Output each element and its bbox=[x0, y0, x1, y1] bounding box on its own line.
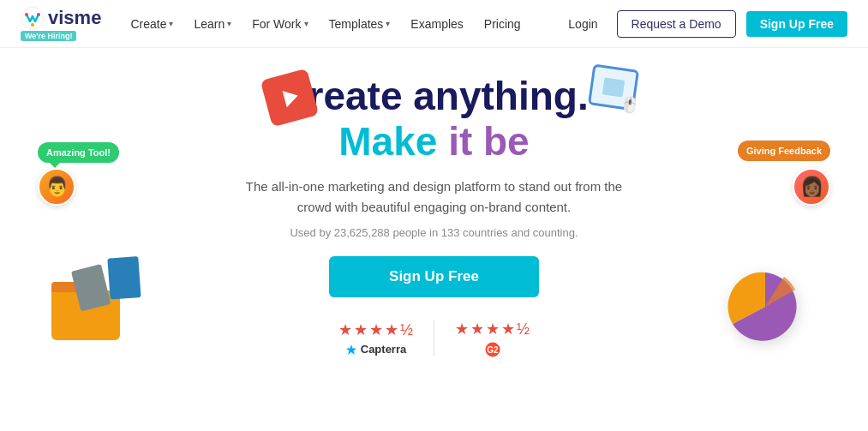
hiring-badge: We're Hiring! bbox=[21, 31, 76, 41]
float-bubble-left: Amazing Tool! 👨 bbox=[38, 142, 119, 206]
visme-logo-icon bbox=[21, 6, 45, 30]
signup-hero-button[interactable]: Sign Up Free bbox=[329, 256, 539, 297]
capterra-icon bbox=[345, 344, 357, 356]
g2-brand: G2 bbox=[485, 342, 500, 357]
svg-point-1 bbox=[25, 13, 28, 16]
logo[interactable]: visme bbox=[21, 6, 101, 30]
nav-item-templates[interactable]: Templates ▾ bbox=[320, 12, 399, 36]
logo-area[interactable]: visme We're Hiring! bbox=[21, 6, 101, 41]
g2-stars: ★★★★½ bbox=[455, 320, 530, 338]
logo-wordmark: visme bbox=[48, 7, 101, 29]
capterra-rating: ★★★★½ Capterra bbox=[318, 320, 434, 356]
hero-stats: Used by 23,625,288 people in 133 countri… bbox=[290, 226, 578, 239]
avatar-man: 👨 bbox=[38, 168, 75, 206]
g2-icon: G2 bbox=[485, 342, 500, 357]
ratings-row: ★★★★½ Capterra ★★★★½ G2 bbox=[318, 320, 550, 357]
hero-title-make: Make bbox=[338, 119, 448, 164]
hero-title: Create anything. Make it be bbox=[279, 74, 588, 165]
nav-links: Create ▾ Learn ▾ For Work ▾ Templates ▾ … bbox=[122, 12, 560, 36]
nav-item-examples[interactable]: Examples bbox=[402, 12, 471, 36]
svg-marker-4 bbox=[346, 344, 356, 355]
nav-item-create[interactable]: Create ▾ bbox=[122, 12, 182, 36]
chevron-down-icon: ▾ bbox=[169, 19, 173, 28]
hero-subtitle: The all-in-one marketing and design plat… bbox=[237, 177, 632, 218]
nav-actions: Login Request a Demo Sign Up Free bbox=[560, 10, 847, 38]
chevron-down-icon: ▾ bbox=[304, 19, 308, 28]
avatar-woman: 👩🏾 bbox=[793, 168, 830, 206]
chevron-down-icon: ▾ bbox=[386, 19, 390, 28]
nav-item-pricing[interactable]: Pricing bbox=[476, 12, 530, 36]
nav-item-forwork[interactable]: For Work ▾ bbox=[243, 12, 316, 36]
float-bubble-right: Giving Feedback 👩🏾 bbox=[738, 141, 830, 206]
svg-point-3 bbox=[31, 23, 34, 27]
nav-item-learn[interactable]: Learn ▾ bbox=[185, 12, 240, 36]
hero-title-line1: Create anything. bbox=[279, 74, 588, 118]
float-folder bbox=[51, 290, 120, 340]
capterra-label: Capterra bbox=[361, 343, 406, 356]
pie-chart-svg bbox=[722, 268, 808, 345]
float-image-icon: 🖱️ bbox=[590, 67, 637, 108]
chevron-down-icon: ▾ bbox=[227, 19, 231, 28]
g2-rating: ★★★★½ G2 bbox=[434, 320, 550, 357]
hero-title-it-be: it be bbox=[448, 119, 530, 164]
giving-feedback-bubble: Giving Feedback bbox=[738, 141, 830, 161]
svg-text:G2: G2 bbox=[487, 345, 499, 355]
amazing-tool-bubble: Amazing Tool! bbox=[38, 142, 119, 163]
float-pie-chart bbox=[722, 268, 808, 349]
capterra-brand: Capterra bbox=[345, 343, 406, 356]
request-demo-button[interactable]: Request a Demo bbox=[617, 10, 736, 38]
capterra-stars: ★★★★½ bbox=[338, 320, 413, 339]
signup-nav-button[interactable]: Sign Up Free bbox=[746, 11, 847, 37]
hero-section: 🖱️ Amazing Tool! 👨 Giving Feedback 👩🏾 Cr… bbox=[0, 48, 868, 357]
navbar: visme We're Hiring! Create ▾ Learn ▾ For… bbox=[0, 0, 868, 48]
login-button[interactable]: Login bbox=[560, 12, 606, 36]
svg-point-2 bbox=[37, 13, 40, 16]
